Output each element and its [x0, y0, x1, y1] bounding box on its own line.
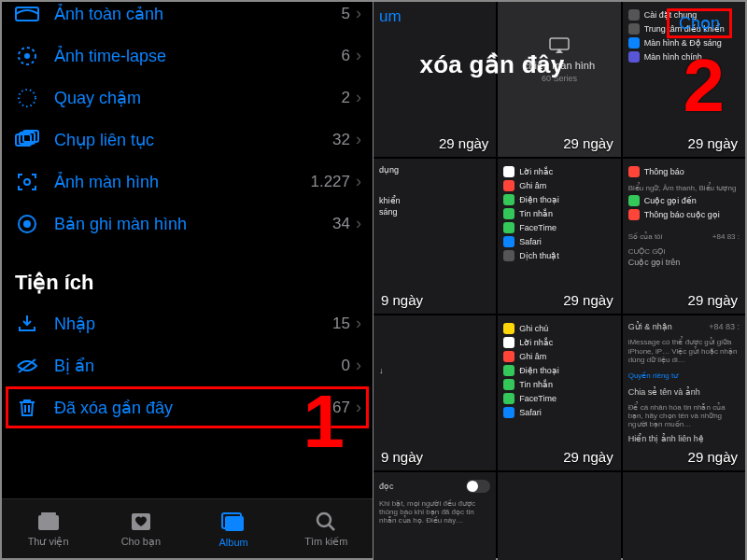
utilities-header: Tiện ích [2, 245, 373, 302]
tab-label: Thư viện [28, 536, 69, 548]
mediatype-count: 2 [342, 89, 350, 107]
chevron-right-icon: › [356, 214, 361, 233]
mediatype-label: Ảnh time-lapse [54, 46, 342, 66]
mediatype-label: Quay chậm [54, 88, 342, 108]
svg-point-2 [24, 53, 30, 59]
svg-point-16 [317, 513, 331, 526]
utility-count: 0 [342, 357, 350, 375]
days-remaining: 29 ngày [688, 135, 738, 151]
mediatype-timelapse[interactable]: Ảnh time-lapse 6 › [2, 35, 373, 77]
album-icon [221, 511, 246, 535]
nav-header: Chọn [374, 2, 745, 45]
hidden-icon [13, 357, 41, 375]
svg-rect-12 [41, 512, 56, 515]
thumb[interactable]: Gửi & nhận+84 83 : iMessage có thể được … [623, 315, 745, 470]
step-number-2: 2 [684, 43, 726, 129]
svg-point-7 [24, 179, 30, 185]
thumb[interactable]: đọc Khi bật, mọi người đều được thông bá… [374, 472, 496, 560]
tab-library[interactable]: Thư viện [2, 499, 94, 558]
days-remaining: 29 ngày [439, 135, 488, 151]
mediatype-label: Chụp liên tục [54, 130, 332, 150]
mediatype-count: 5 [342, 5, 350, 23]
recently-deleted-screen: um 29 ngày chiếu màn hình 60 Series 29 n… [374, 2, 745, 558]
foryou-icon [130, 510, 152, 534]
mediatype-label: Ảnh màn hình [54, 172, 310, 192]
timelapse-icon [13, 45, 41, 67]
thumb[interactable]: ↓ 9 ngày [374, 315, 496, 470]
tab-label: Tìm kiếm [304, 536, 347, 548]
thumb[interactable]: Ghi chú Lời nhắc Ghi âm Điện thoại Tin n… [498, 315, 620, 470]
select-button[interactable]: Chọn [667, 8, 732, 38]
import-icon [13, 314, 41, 334]
svg-line-17 [329, 525, 334, 530]
step-number-1: 1 [303, 379, 345, 465]
days-remaining: 29 ngày [563, 449, 613, 465]
days-remaining: 29 ngày [563, 135, 613, 151]
mediatype-label: Ảnh toàn cảnh [54, 4, 342, 24]
thumb[interactable]: Thông báo Biểu ngữ, Âm thanh, Biểu tượng… [623, 159, 745, 314]
days-remaining: 9 ngày [381, 449, 423, 465]
mediatype-count: 32 [332, 131, 350, 149]
mediatype-count: 34 [332, 215, 350, 233]
panorama-icon [13, 5, 41, 23]
chevron-right-icon: › [356, 46, 361, 65]
albums-screen: Ảnh toàn cảnh 5 › Ảnh time-lapse 6 › Qua… [2, 2, 374, 558]
thumb[interactable]: Lời nhắc Ghi âm Điện thoại Tin nhắn Face… [498, 159, 620, 314]
tab-foryou[interactable]: Cho bạn [94, 499, 187, 558]
mediatype-screenshot[interactable]: Ảnh màn hình 1.227 › [2, 161, 373, 203]
toggle-off-icon [466, 480, 490, 493]
mediatype-count: 1.227 [310, 173, 350, 191]
thumb[interactable]: dụng khiển sáng 9 ngày [374, 159, 496, 314]
chevron-right-icon: › [356, 130, 361, 149]
screenshot-icon [13, 171, 41, 193]
screenrecord-icon [13, 213, 41, 235]
slomo-icon [13, 87, 41, 109]
mediatype-count: 6 [342, 47, 350, 65]
utility-label: Nhập [54, 314, 332, 334]
tab-label: Album [219, 537, 248, 548]
utility-label: Bị ẩn [54, 356, 342, 376]
bottom-tabbar: Thư viện Cho bạn Album Tìm kiếm [2, 498, 373, 558]
library-icon [36, 510, 61, 534]
page-title: Đã xóa gần đây [381, 50, 565, 79]
chevron-right-icon: › [356, 314, 361, 333]
chevron-right-icon: › [356, 356, 361, 375]
utility-count: 15 [332, 315, 350, 333]
tab-search[interactable]: Tìm kiếm [280, 499, 373, 558]
chevron-right-icon: › [356, 172, 361, 191]
search-icon [316, 510, 336, 534]
thumb[interactable] [623, 472, 745, 560]
days-remaining: 9 ngày [381, 292, 423, 308]
svg-point-9 [23, 220, 31, 228]
burst-icon [13, 130, 41, 150]
days-remaining: 29 ngày [688, 449, 738, 465]
mediatype-panorama[interactable]: Ảnh toàn cảnh 5 › [2, 0, 373, 35]
mediatype-burst[interactable]: Chụp liên tục 32 › [2, 119, 373, 161]
tab-label: Cho bạn [121, 536, 161, 548]
tab-album[interactable]: Album [188, 499, 280, 558]
svg-point-3 [19, 90, 35, 106]
chevron-right-icon: › [356, 88, 361, 107]
mediatype-slomo[interactable]: Quay chậm 2 › [2, 77, 373, 119]
utility-import[interactable]: Nhập 15 › [2, 302, 373, 344]
mediatype-screenrecord[interactable]: Bản ghi màn hình 34 › [2, 203, 373, 245]
days-remaining: 29 ngày [688, 292, 738, 308]
days-remaining: 29 ngày [563, 292, 613, 308]
chevron-right-icon: › [356, 4, 361, 23]
svg-rect-11 [38, 515, 59, 530]
thumb[interactable] [498, 472, 620, 560]
mediatype-label: Bản ghi màn hình [54, 214, 332, 234]
